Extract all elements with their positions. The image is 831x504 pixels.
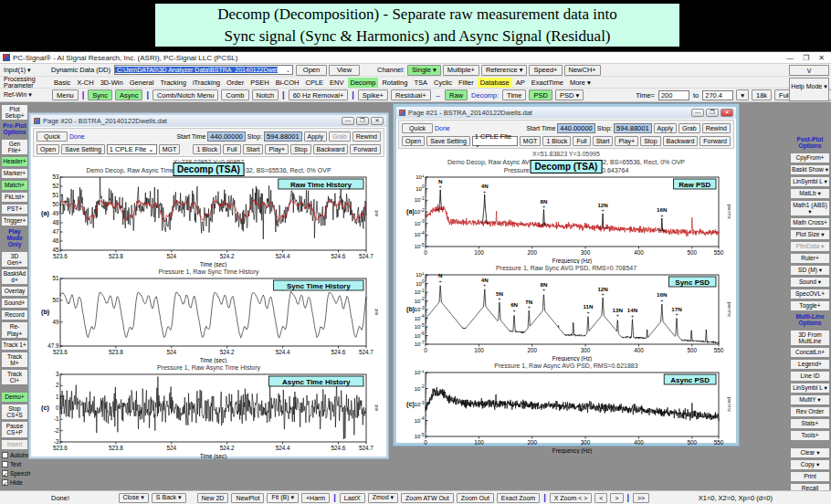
- sidebar-gen-file-button[interactable]: Gen File+: [1, 139, 28, 155]
- bottombar-fit-b-button[interactable]: Fit (B) ▾: [267, 493, 299, 503]
- postplot-pfmdata-button[interactable]: PfmData ▾: [790, 241, 830, 252]
- plot-sync-psd[interactable]: 0100200300400500550Frequency (Hz)10-710-…: [400, 272, 736, 362]
- backward-button[interactable]: Backward: [663, 136, 699, 146]
- postplot-tools-button[interactable]: Tools+: [790, 430, 830, 441]
- stop-button[interactable]: Stop: [640, 136, 660, 146]
- open-button[interactable]: Open: [37, 144, 59, 154]
- channel-single-button[interactable]: Single ▾: [407, 65, 441, 76]
- sidebar-pst-button[interactable]: PST+: [1, 204, 28, 215]
- start-button[interactable]: Start: [593, 136, 614, 146]
- bottombar-zoom-out-button[interactable]: Zoom Out: [457, 493, 494, 503]
- tab-general[interactable]: General: [127, 78, 157, 88]
- checkbox-icon[interactable]: ✓: [2, 479, 8, 486]
- page20-minimize-button[interactable]: —: [342, 117, 354, 125]
- refwin-18k-button[interactable]: 18k: [752, 89, 772, 100]
- postplot-linsymbl-l-button[interactable]: LinSymbl L ▾: [790, 383, 830, 394]
- tab-more[interactable]: More ▾: [567, 78, 594, 88]
- tab-pseh[interactable]: PSEH: [247, 78, 271, 88]
- postplot-linsymbl-l-button[interactable]: LinSymbl L ▾: [790, 176, 830, 187]
- postplot-ruler-button[interactable]: Ruler+: [790, 253, 830, 264]
- tab-order[interactable]: Order: [224, 78, 247, 88]
- sidebar-plot-setup-button[interactable]: Plot Setup+: [1, 104, 28, 121]
- tab-env[interactable]: ENV: [327, 78, 346, 88]
- sidebar-insert-button[interactable]: Insert: [1, 439, 28, 450]
- bottombar--button[interactable]: <: [594, 493, 607, 503]
- open-button[interactable]: Open: [296, 65, 327, 76]
- full-button[interactable]: Full: [223, 144, 240, 154]
- rewind-button[interactable]: Rewind: [352, 131, 381, 142]
- sidebar-track-m-button[interactable]: Track M+: [1, 352, 28, 368]
- tab-x-ch[interactable]: X-CH: [74, 78, 96, 88]
- sidebar-track-ci-button[interactable]: Track CI+: [1, 369, 28, 385]
- page20-maximize-button[interactable]: ❐: [356, 117, 369, 125]
- forward-button[interactable]: Forward: [350, 144, 381, 154]
- save-setting-button[interactable]: Save Setting: [61, 144, 105, 154]
- refwin-60-hz-removal-button[interactable]: 60 Hz Removal+: [289, 89, 349, 100]
- postplot-rev-order-button[interactable]: Rev Order: [790, 406, 830, 417]
- tab-cple[interactable]: CPLE: [302, 78, 326, 88]
- sidebar-trigger-button[interactable]: Trigger+: [1, 215, 28, 226]
- postplot-plot-size-button[interactable]: Plot Size ▾: [790, 229, 830, 240]
- page21-maximize-button[interactable]: ❐: [706, 109, 719, 117]
- play-button[interactable]: Play+: [265, 144, 289, 154]
- mgt-button[interactable]: MGT: [159, 144, 181, 154]
- refwin-menu-button[interactable]: Menu: [52, 89, 79, 100]
- start-time-field[interactable]: 440.00000: [557, 123, 594, 133]
- postplot-concatln-button[interactable]: ConcatLn+: [790, 347, 830, 358]
- tab-decomp[interactable]: Decomp: [348, 78, 379, 88]
- sidebar-overlay-button[interactable]: Overlay: [1, 286, 28, 297]
- checkbox-icon[interactable]: ✓: [2, 470, 8, 477]
- grab-button[interactable]: Grab: [329, 131, 351, 142]
- backward-button[interactable]: Backward: [313, 144, 349, 154]
- postplot-3d-from-multline-button[interactable]: 3D From MultLine: [790, 330, 830, 346]
- channel-reference-button[interactable]: Reference ▾: [481, 65, 527, 76]
- quick-button[interactable]: Quick: [402, 123, 433, 133]
- minimize-button[interactable]: —: [786, 54, 794, 62]
- postplot-matlb-button[interactable]: MatLb ▾: [790, 188, 830, 199]
- postplot-print-button[interactable]: Print: [790, 471, 830, 482]
- tab-filter[interactable]: Filter: [456, 78, 477, 88]
- sidebar-marker-button[interactable]: Marker+: [1, 168, 28, 179]
- save-setting-button[interactable]: Save Setting: [426, 136, 470, 146]
- bottombar--button[interactable]: >>: [633, 493, 649, 503]
- tab-tracking[interactable]: Tracking: [157, 78, 188, 88]
- bottombar-harm-button[interactable]: +Harm: [301, 493, 330, 503]
- tab-3d-win[interactable]: 3D-Win: [98, 78, 126, 88]
- apply-button[interactable]: Apply: [304, 131, 328, 142]
- refwin-residual-button[interactable]: Residual+: [391, 89, 431, 100]
- tab-rotating[interactable]: Rotating: [379, 78, 410, 88]
- checkbox-icon[interactable]: [2, 461, 8, 467]
- sidebar-checkbox-speech[interactable]: ✓Speech: [1, 469, 28, 478]
- postplot-stats-button[interactable]: Stats+: [790, 418, 830, 429]
- quick-button[interactable]: Quick: [37, 131, 68, 142]
- postplot-sound-button[interactable]: Sound ▾: [790, 277, 830, 288]
- bottombar-x-zoom-button[interactable]: X Zoom < >: [550, 493, 593, 503]
- channel-newch-button[interactable]: NewCH+: [564, 65, 601, 76]
- postplot-math1-abs-button[interactable]: Math1 (ABS) ▾: [790, 200, 830, 216]
- sidebar-checkbox-autoins[interactable]: AutoIns: [1, 451, 28, 459]
- bottombar-zmod-button[interactable]: Zmod ▾: [368, 493, 398, 503]
- tab-tsa[interactable]: TSA: [411, 78, 430, 88]
- stop-field[interactable]: 594.88001: [264, 131, 301, 142]
- postplot-baskt-show-button[interactable]: Baskt Show ▾: [790, 164, 830, 175]
- bottombar-exact-zoom-button[interactable]: Exact Zoom: [497, 493, 540, 503]
- tab-itracking[interactable]: iTracking: [190, 78, 223, 88]
- maximize-button[interactable]: ❐: [803, 54, 809, 62]
- postplot-cpyfrom-button[interactable]: CpyFrom+: [790, 152, 830, 163]
- refwin-psd-button[interactable]: PSD ▾: [555, 89, 584, 100]
- view-button[interactable]: View: [329, 65, 360, 76]
- page20-close-button[interactable]: ✕: [371, 117, 384, 125]
- stop-button[interactable]: Stop: [290, 144, 310, 154]
- rewind-button[interactable]: Rewind: [702, 123, 731, 133]
- start-time-field[interactable]: 440.00000: [207, 131, 245, 142]
- plot-raw-time-history[interactable]: 523.6523.8524524.2524.4524.6524.7Time (s…: [35, 174, 386, 268]
- sidebar-demo-button[interactable]: Demo+: [1, 392, 28, 403]
- refwin-psd-button[interactable]: PSD: [529, 89, 552, 100]
- refwin-input-270-4[interactable]: 270.4: [702, 90, 733, 100]
- play-button[interactable]: Play+: [615, 136, 638, 146]
- sidebar-header-button[interactable]: Header+: [1, 156, 28, 167]
- postplot-recall-button[interactable]: Recall: [790, 483, 830, 490]
- sidebar-checkbox-hide[interactable]: ✓Hide: [1, 478, 28, 487]
- postplot-line-id-button[interactable]: Line ID: [790, 371, 830, 382]
- close-button[interactable]: ✕: [818, 54, 825, 62]
